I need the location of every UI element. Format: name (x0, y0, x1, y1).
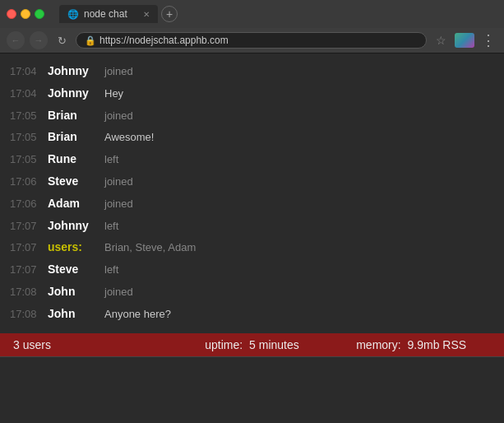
message-username: Brian (48, 128, 101, 146)
message-timestamp: 17:04 (10, 86, 44, 103)
message-timestamp: 17:05 (10, 129, 44, 146)
message-username: Adam (48, 194, 101, 212)
message-username: Steve (48, 172, 101, 190)
lock-icon: 🔒 (85, 35, 96, 46)
message-timestamp: 17:06 (10, 174, 44, 191)
message-text: left (104, 151, 118, 169)
message-timestamp: 17:05 (10, 151, 44, 169)
forward-button[interactable]: → (30, 31, 48, 49)
message-text: Awesome! (104, 129, 154, 146)
address-bar: ← → ↻ 🔒 https://nodejschat.apphb.com ☆ ⋮ (0, 28, 504, 53)
title-bar: 🌐 node chat ✕ + (0, 0, 504, 28)
message-text: Hey (104, 86, 123, 103)
uptime-label: uptime: (205, 338, 243, 351)
chat-message-row: 17:05BrianAwesome! (10, 126, 494, 148)
memory-label: memory: (356, 338, 400, 351)
chat-message-row: 17:08JohnAnyone here? (10, 303, 494, 325)
message-username: Johnny (48, 84, 101, 102)
message-timestamp: 17:08 (10, 284, 44, 301)
chat-message-row: 17:04JohnnyHey (10, 82, 494, 105)
url-bar[interactable]: 🔒 https://nodejschat.apphb.com (76, 32, 427, 49)
message-text: Brian, Steve, Adam (104, 239, 196, 257)
message-text: joined (104, 196, 133, 213)
chat-message-row: 17:05Brianjoined (10, 105, 494, 127)
chat-message-row: 17:06Adamjoined (10, 193, 494, 215)
chat-input[interactable] (7, 362, 497, 375)
extension-button-2[interactable]: ⋮ (479, 31, 497, 49)
message-text: joined (104, 284, 133, 301)
message-text: left (104, 262, 118, 279)
message-text: left (104, 218, 118, 235)
tab-title: node chat (84, 8, 127, 20)
active-tab[interactable]: 🌐 node chat ✕ (59, 5, 158, 23)
bookmark-button[interactable]: ☆ (432, 31, 450, 49)
message-username: Steve (48, 260, 101, 278)
message-username: Johnny (48, 216, 101, 235)
message-timestamp: 17:07 (10, 218, 44, 235)
message-username: Rune (48, 150, 101, 168)
refresh-button[interactable]: ↻ (53, 31, 71, 49)
chat-message-row: 17:08Johnjoined (10, 281, 494, 303)
maximize-button[interactable] (35, 9, 44, 19)
tab-favicon: 🌐 (67, 9, 79, 20)
status-bar: 3 users uptime: 5 minutes memory: 9.9mb … (0, 333, 504, 356)
minimize-button[interactable] (21, 9, 30, 19)
message-timestamp: 17:07 (10, 239, 44, 257)
message-username: John (48, 282, 101, 300)
message-timestamp: 17:04 (10, 63, 44, 81)
message-username: Brian (48, 106, 101, 124)
memory-value: 9.9mb RSS (408, 338, 467, 351)
memory-info: memory: 9.9mb RSS (331, 338, 491, 351)
chat-message-row: 17:04Johnnyjoined (10, 60, 494, 82)
users-count: 3 users (13, 338, 173, 351)
message-username: John (48, 304, 101, 323)
message-username: users: (48, 238, 101, 256)
chat-message-row: 17:07Johnnyleft (10, 215, 494, 237)
message-text: joined (104, 174, 133, 191)
chat-message-row: 17:06Stevejoined (10, 170, 494, 193)
message-text: joined (104, 63, 133, 81)
input-area (0, 356, 504, 380)
tab-close-icon[interactable]: ✕ (143, 10, 150, 19)
tab-bar: 🌐 node chat ✕ + (53, 5, 497, 23)
message-timestamp: 17:08 (10, 306, 44, 323)
message-text: Anyone here? (104, 306, 171, 323)
message-timestamp: 17:06 (10, 196, 44, 213)
browser-chrome: 🌐 node chat ✕ + ← → ↻ 🔒 https://nodejsch… (0, 0, 504, 53)
extension-button-1[interactable] (455, 33, 474, 48)
close-button[interactable] (7, 9, 16, 19)
window-controls (7, 9, 44, 19)
chat-message-row: 17:05Runeleft (10, 148, 494, 170)
uptime-value: 5 minutes (249, 338, 299, 351)
uptime-info: uptime: 5 minutes (173, 338, 332, 351)
message-text: joined (104, 108, 133, 125)
back-button[interactable]: ← (7, 31, 25, 49)
message-timestamp: 17:07 (10, 262, 44, 279)
message-username: Johnny (48, 62, 101, 80)
chat-message-row: 17:07users:Brian, Steve, Adam (10, 236, 494, 258)
url-text: https://nodejschat.apphb.com (99, 35, 229, 46)
chat-message-row: 17:07Steveleft (10, 258, 494, 281)
chat-container: 17:04Johnnyjoined17:04JohnnyHey17:05Bria… (0, 53, 504, 333)
message-timestamp: 17:05 (10, 108, 44, 125)
new-tab-button[interactable]: + (161, 6, 178, 22)
